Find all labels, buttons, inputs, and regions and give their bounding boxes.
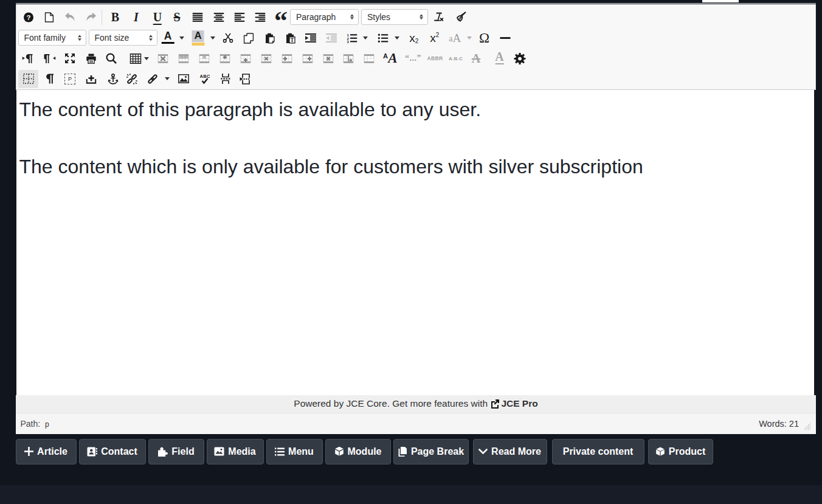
svg-text:3: 3 — [347, 40, 349, 43]
svg-text:?: ? — [26, 13, 30, 21]
svg-text:ABC: ABC — [199, 74, 210, 79]
svg-text:T: T — [290, 37, 294, 43]
